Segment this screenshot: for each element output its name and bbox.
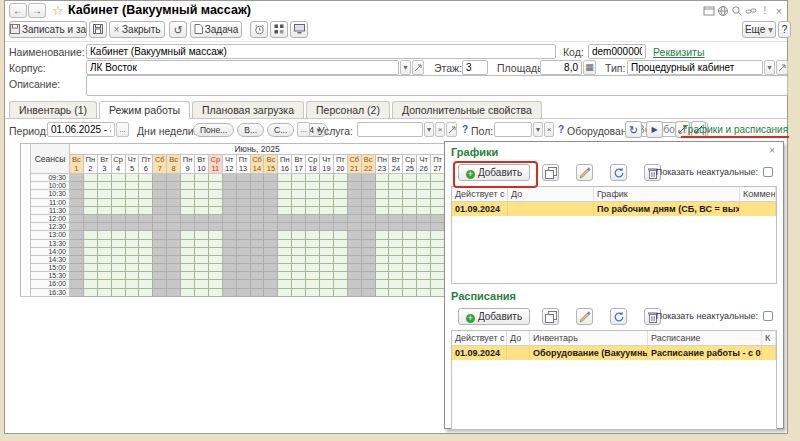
slot-26-09:30[interactable] — [417, 174, 431, 182]
slot-12-11:00[interactable] — [223, 199, 237, 207]
slot-15-11:00[interactable] — [264, 199, 278, 207]
slot-3-15:30[interactable] — [98, 272, 112, 280]
slot-18-13:30[interactable] — [306, 240, 320, 248]
slot-1-11:30[interactable] — [70, 207, 84, 215]
slot-15-15:00[interactable] — [264, 264, 278, 272]
slot-17-10:30[interactable] — [292, 190, 306, 198]
slot-24-16:00[interactable] — [389, 280, 403, 288]
slot-20-10:30[interactable] — [334, 190, 348, 198]
slot-15-14:30[interactable] — [264, 256, 278, 264]
slot-1-13:30[interactable] — [70, 240, 84, 248]
day-header-25[interactable]: Ср25 — [403, 155, 417, 174]
slot-18-12:00[interactable] — [306, 215, 320, 223]
slot-20-14:30[interactable] — [334, 256, 348, 264]
slot-22-10:00[interactable] — [362, 182, 376, 190]
slot-19-09:30[interactable] — [320, 174, 334, 182]
slot-25-14:00[interactable] — [403, 248, 417, 256]
slot-19-10:30[interactable] — [320, 190, 334, 198]
link-icon[interactable] — [745, 5, 757, 17]
slot-19-16:30[interactable] — [320, 289, 334, 297]
slot-25-09:30[interactable] — [403, 174, 417, 182]
slot-9-09:30[interactable] — [181, 174, 195, 182]
slot-22-15:00[interactable] — [362, 264, 376, 272]
slot-20-15:00[interactable] — [334, 264, 348, 272]
slot-16-15:30[interactable] — [278, 272, 292, 280]
slot-15-10:30[interactable] — [264, 190, 278, 198]
slot-26-14:30[interactable] — [417, 256, 431, 264]
slot-26-13:30[interactable] — [417, 240, 431, 248]
slot-18-16:00[interactable] — [306, 280, 320, 288]
slot-27-14:00[interactable] — [431, 248, 445, 256]
slot-4-10:00[interactable] — [112, 182, 126, 190]
slot-7-11:00[interactable] — [153, 199, 167, 207]
slot-15-13:30[interactable] — [264, 240, 278, 248]
slot-5-09:30[interactable] — [126, 174, 140, 182]
slot-11-14:30[interactable] — [209, 256, 223, 264]
edit-button[interactable] — [576, 164, 593, 181]
slot-2-11:00[interactable] — [84, 199, 98, 207]
slot-25-12:00[interactable] — [403, 215, 417, 223]
slot-13-13:00[interactable] — [237, 231, 251, 239]
slot-7-10:30[interactable] — [153, 190, 167, 198]
day-header-11[interactable]: Ср11 — [209, 155, 223, 174]
slot-19-14:00[interactable] — [320, 248, 334, 256]
slot-1-12:30[interactable] — [70, 223, 84, 231]
slot-8-13:30[interactable] — [167, 240, 181, 248]
slot-9-15:00[interactable] — [181, 264, 195, 272]
day-header-13[interactable]: Пт13 — [237, 155, 251, 174]
slot-11-14:00[interactable] — [209, 248, 223, 256]
day-header-9[interactable]: Пн9 — [181, 155, 195, 174]
day-header-2[interactable]: Пн2 — [84, 155, 98, 174]
slot-21-10:30[interactable] — [348, 190, 362, 198]
history-button[interactable]: ↺ — [169, 21, 187, 38]
slot-13-15:00[interactable] — [237, 264, 251, 272]
slot-24-15:00[interactable] — [389, 264, 403, 272]
slot-22-12:00[interactable] — [362, 215, 376, 223]
slot-12-10:30[interactable] — [223, 190, 237, 198]
slot-23-11:00[interactable] — [376, 199, 390, 207]
slot-26-12:00[interactable] — [417, 215, 431, 223]
slot-9-16:00[interactable] — [181, 280, 195, 288]
slot-23-13:30[interactable] — [376, 240, 390, 248]
slot-23-11:30[interactable] — [376, 207, 390, 215]
slot-16-13:30[interactable] — [278, 240, 292, 248]
description-textarea[interactable] — [86, 75, 788, 96]
slot-9-16:30[interactable] — [181, 289, 195, 297]
type-input[interactable] — [627, 60, 763, 75]
slot-16-16:00[interactable] — [278, 280, 292, 288]
copy-button[interactable] — [542, 308, 559, 325]
service-input[interactable] — [357, 122, 423, 137]
slot-15-15:30[interactable] — [264, 272, 278, 280]
slot-26-10:00[interactable] — [417, 182, 431, 190]
slot-26-11:30[interactable] — [417, 207, 431, 215]
slot-17-15:30[interactable] — [292, 272, 306, 280]
slot-18-10:00[interactable] — [306, 182, 320, 190]
add-button[interactable]: +Добавить — [458, 308, 530, 325]
slot-8-10:30[interactable] — [167, 190, 181, 198]
slot-16-11:30[interactable] — [278, 207, 292, 215]
slot-27-12:00[interactable] — [431, 215, 445, 223]
slot-27-10:30[interactable] — [431, 190, 445, 198]
slot-5-16:30[interactable] — [126, 289, 140, 297]
slot-24-10:00[interactable] — [389, 182, 403, 190]
slot-10-14:30[interactable] — [195, 256, 209, 264]
slot-13-15:30[interactable] — [237, 272, 251, 280]
slot-19-15:00[interactable] — [320, 264, 334, 272]
slot-26-13:00[interactable] — [417, 231, 431, 239]
slot-2-13:00[interactable] — [84, 231, 98, 239]
slot-15-14:00[interactable] — [264, 248, 278, 256]
slot-18-14:00[interactable] — [306, 248, 320, 256]
slot-20-12:30[interactable] — [334, 223, 348, 231]
slot-7-16:30[interactable] — [153, 289, 167, 297]
slot-13-16:00[interactable] — [237, 280, 251, 288]
slot-1-16:00[interactable] — [70, 280, 84, 288]
slot-16-10:00[interactable] — [278, 182, 292, 190]
schedules-link[interactable]: Графики и расписания — [683, 124, 788, 135]
slot-11-09:30[interactable] — [209, 174, 223, 182]
slot-11-10:30[interactable] — [209, 190, 223, 198]
slot-24-13:30[interactable] — [389, 240, 403, 248]
slot-14-11:30[interactable] — [251, 207, 265, 215]
day-header-17[interactable]: Вт17 — [292, 155, 306, 174]
slot-8-14:00[interactable] — [167, 248, 181, 256]
slot-20-13:30[interactable] — [334, 240, 348, 248]
